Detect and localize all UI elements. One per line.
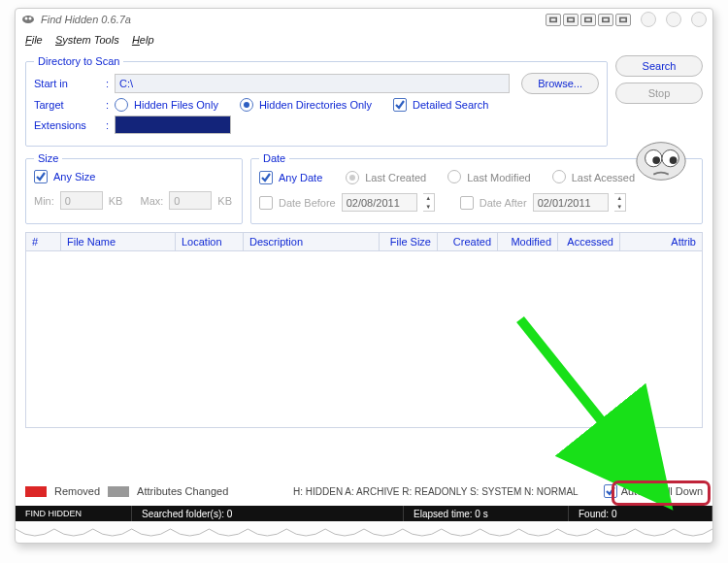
any-size-label: Any Size — [53, 171, 95, 182]
last-created-radio[interactable] — [346, 171, 359, 184]
detailed-search-check[interactable] — [393, 98, 407, 112]
mascot-icon — [633, 133, 689, 189]
titlebar-extra-buttons — [544, 14, 631, 26]
last-modified-radio[interactable] — [447, 170, 461, 183]
col-accessed[interactable]: Accessed — [558, 233, 620, 250]
max-kb: KB — [217, 195, 232, 207]
detailed-search-label: Detailed Search — [413, 99, 488, 111]
col-description[interactable]: Description — [244, 233, 380, 250]
attrib-codes: H: HIDDEN A: ARCHIVE R: READONLY S: SYST… — [293, 486, 579, 497]
app-icon — [21, 13, 35, 26]
svg-rect-3 — [550, 17, 556, 21]
svg-point-11 — [652, 156, 660, 164]
last-accessed-radio[interactable] — [552, 170, 566, 183]
svg-point-12 — [670, 156, 678, 164]
menu-help[interactable]: Help — [132, 34, 154, 46]
svg-point-1 — [25, 17, 28, 20]
date-after-check[interactable] — [460, 196, 474, 210]
col-num[interactable]: # — [26, 233, 61, 250]
titlebar-btn-4[interactable] — [598, 14, 613, 26]
date-after-input[interactable] — [533, 193, 609, 212]
min-kb: KB — [109, 195, 123, 207]
col-location[interactable]: Location — [176, 233, 244, 250]
menu-system-tools[interactable]: System Tools — [55, 34, 119, 46]
attrchg-label: Attributes Changed — [137, 485, 228, 497]
results-body[interactable] — [25, 251, 703, 428]
extensions-label: Extensions — [34, 119, 100, 131]
max-input[interactable] — [169, 191, 212, 210]
start-in-label: Start in — [34, 78, 100, 89]
removed-label: Removed — [54, 485, 100, 497]
date-before-stepper[interactable]: ▲▼ — [423, 193, 435, 212]
last-created-label: Last Created — [365, 172, 426, 183]
col-created[interactable]: Created — [438, 233, 498, 250]
hidden-files-label: Hidden Files Only — [134, 99, 218, 111]
svg-rect-6 — [603, 17, 609, 21]
svg-point-0 — [22, 16, 34, 23]
browse-button[interactable]: Browse... — [521, 73, 599, 94]
ripple-edge — [16, 521, 712, 543]
svg-point-2 — [29, 17, 32, 20]
date-after-label: Date After — [480, 197, 527, 209]
close-button[interactable] — [691, 12, 707, 27]
directory-fieldset: Directory to Scan Start in : Browse... T… — [25, 55, 608, 147]
hidden-files-radio[interactable] — [115, 98, 128, 112]
directory-legend: Directory to Scan — [34, 55, 123, 67]
col-attrib[interactable]: Attrib — [620, 233, 702, 250]
last-modified-label: Last Modified — [467, 172, 530, 183]
menubar: File System Tools Help — [16, 30, 712, 51]
hidden-dirs-radio[interactable] — [240, 98, 253, 112]
start-in-input[interactable] — [115, 74, 510, 93]
minimize-button[interactable] — [641, 12, 656, 27]
autoscroll-check[interactable] — [604, 484, 617, 498]
results-header: # File Name Location Description File Si… — [25, 232, 703, 251]
col-name[interactable]: File Name — [61, 233, 176, 250]
svg-rect-5 — [585, 17, 591, 21]
max-label: Max: — [140, 195, 163, 207]
date-before-label: Date Before — [279, 197, 336, 209]
svg-rect-4 — [568, 17, 574, 21]
autoscroll-label: Auto Scroll Down — [621, 485, 703, 497]
any-size-check[interactable] — [34, 170, 48, 183]
titlebar-btn-1[interactable] — [546, 14, 561, 26]
last-accessed-label: Last Acessed — [572, 172, 635, 183]
size-fieldset: Size Any Size Min: KB Max: KB — [25, 152, 243, 224]
extensions-select[interactable] — [115, 116, 231, 134]
maximize-button[interactable] — [666, 12, 681, 27]
titlebar-btn-3[interactable] — [580, 14, 596, 26]
size-legend: Size — [34, 152, 62, 164]
titlebar-btn-5[interactable] — [615, 14, 631, 26]
col-modified[interactable]: Modified — [498, 233, 558, 250]
min-input[interactable] — [60, 191, 103, 210]
search-button[interactable]: Search — [615, 55, 703, 77]
target-label: Target — [34, 99, 100, 111]
date-before-input[interactable] — [342, 193, 417, 212]
titlebar-btn-2[interactable] — [563, 14, 579, 26]
window-title: Find Hidden 0.6.7a — [41, 14, 131, 25]
any-date-check[interactable] — [259, 171, 273, 184]
attrchg-swatch — [108, 486, 129, 497]
svg-rect-7 — [620, 17, 626, 21]
min-label: Min: — [34, 195, 54, 207]
col-filesize[interactable]: File Size — [380, 233, 438, 250]
date-after-stepper[interactable]: ▲▼ — [614, 193, 626, 212]
date-before-check[interactable] — [259, 196, 273, 210]
legend-bar: Removed Attributes Changed H: HIDDEN A: … — [25, 484, 703, 498]
any-date-label: Any Date — [279, 172, 322, 183]
menu-file[interactable]: File — [25, 34, 43, 46]
removed-swatch — [25, 486, 47, 497]
titlebar: Find Hidden 0.6.7a — [16, 9, 712, 30]
hidden-dirs-label: Hidden Directories Only — [259, 99, 372, 111]
date-legend: Date — [259, 152, 289, 164]
stop-button[interactable]: Stop — [615, 83, 703, 104]
